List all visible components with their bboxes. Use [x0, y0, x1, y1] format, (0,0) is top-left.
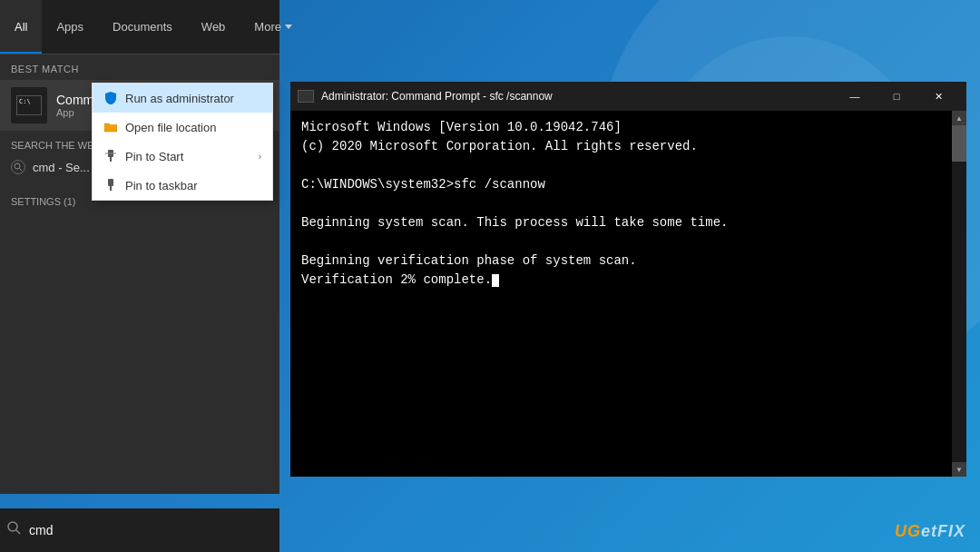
taskbar — [0, 508, 279, 552]
cmd-line-3 — [301, 156, 956, 175]
folder-icon — [103, 120, 118, 134]
pin-icon — [103, 149, 118, 163]
tab-documents-label: Documents — [113, 20, 172, 34]
svg-rect-3 — [110, 157, 112, 162]
cmd-content: Microsoft Windows [Version 10.0.19042.74… — [290, 111, 966, 477]
context-pin-to-start[interactable]: Pin to Start › — [93, 142, 272, 171]
svg-line-8 — [16, 530, 20, 534]
scroll-up-button[interactable]: ▲ — [952, 111, 966, 125]
tab-more-label: More — [254, 20, 281, 34]
cmd-line-5 — [301, 194, 956, 213]
start-menu-tabs: All Apps Documents Web More — [0, 0, 279, 54]
context-pin-to-taskbar[interactable]: Pin to taskbar — [93, 171, 272, 200]
close-button[interactable]: ✕ — [917, 82, 959, 111]
scrollbar-track — [952, 125, 966, 462]
svg-rect-5 — [108, 179, 113, 186]
search-web-text: cmd - Se... — [33, 161, 90, 174]
tab-all-label: All — [15, 20, 27, 34]
tab-all[interactable]: All — [0, 0, 42, 54]
cmd-line-7 — [301, 232, 956, 251]
tab-apps-label: Apps — [56, 20, 83, 34]
context-pin-to-start-label: Pin to Start — [125, 150, 183, 163]
tab-apps[interactable]: Apps — [42, 0, 98, 54]
tab-web-label: Web — [201, 20, 226, 34]
cmd-icon-inner — [16, 95, 42, 115]
minimize-button[interactable]: — — [834, 82, 876, 111]
context-run-as-admin[interactable]: Run as administrator — [93, 84, 272, 113]
cmd-line-6: Beginning system scan. This process will… — [301, 213, 956, 232]
cmd-line-4: C:\WINDOWS\system32>sfc /scannow — [301, 175, 956, 194]
cmd-titlebar-title: Administrator: Command Prompt - sfc /sca… — [321, 90, 834, 103]
svg-point-0 — [15, 163, 20, 169]
pin-to-start-arrow: › — [259, 152, 261, 162]
tab-more[interactable]: More — [240, 0, 307, 54]
svg-rect-6 — [110, 186, 112, 191]
taskbar-pin-icon — [103, 178, 118, 192]
cmd-titlebar: Administrator: Command Prompt - sfc /sca… — [290, 82, 966, 111]
watermark: UGetFIX — [895, 522, 965, 541]
best-match-label: Best match — [0, 54, 279, 80]
taskbar-search-icon — [7, 521, 22, 539]
scrollbar-thumb[interactable] — [952, 125, 966, 162]
context-run-as-admin-label: Run as administrator — [125, 92, 234, 105]
cmd-titlebar-controls: — □ ✕ — [834, 82, 959, 111]
search-web-icon — [11, 160, 25, 174]
cmd-line-2: (c) 2020 Microsoft Corporation. All righ… — [301, 137, 956, 156]
chevron-down-icon — [285, 25, 292, 29]
cmd-titlebar-icon — [298, 90, 314, 103]
watermark-suffix: etFIX — [921, 522, 965, 540]
taskbar-search-input[interactable] — [29, 523, 272, 537]
watermark-prefix: UG — [895, 522, 921, 540]
context-open-file-location-label: Open file location — [125, 121, 216, 134]
cmd-line-8: Beginning verification phase of system s… — [301, 251, 956, 271]
svg-point-7 — [8, 522, 17, 531]
scroll-down-button[interactable]: ▼ — [952, 462, 966, 477]
cmd-scrollbar: ▲ ▼ — [952, 111, 966, 477]
svg-line-1 — [20, 169, 23, 172]
maximize-button[interactable]: □ — [876, 82, 917, 111]
shield-icon — [103, 91, 118, 105]
cursor — [492, 274, 499, 287]
cmd-line-9: Verification 2% complete. — [301, 271, 956, 290]
start-menu: All Apps Documents Web More Best match C… — [0, 0, 279, 494]
context-menu: Run as administrator Open file location … — [92, 83, 273, 201]
cmd-line-1: Microsoft Windows [Version 10.0.19042.74… — [301, 118, 956, 137]
tab-web[interactable]: Web — [187, 0, 240, 54]
context-pin-to-taskbar-label: Pin to taskbar — [125, 179, 198, 192]
cmd-window: Administrator: Command Prompt - sfc /sca… — [290, 82, 966, 477]
context-open-file-location[interactable]: Open file location — [93, 113, 272, 142]
cmd-result-icon — [11, 87, 47, 123]
tab-documents[interactable]: Documents — [98, 0, 187, 54]
